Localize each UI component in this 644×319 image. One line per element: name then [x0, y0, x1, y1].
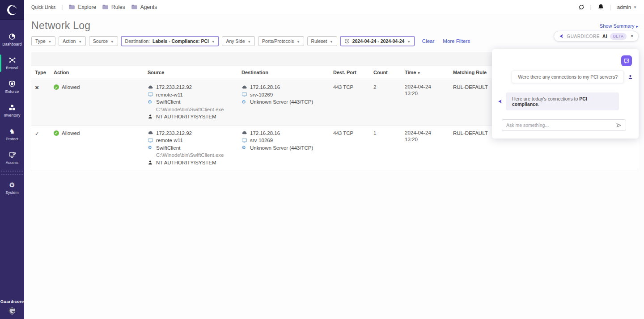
destination-process[interactable]: Unknown Server (443/TCP): [250, 98, 313, 106]
allowed-status-icon: [54, 130, 59, 136]
chevron-down-icon: ▼: [633, 5, 637, 9]
date-value: 2024-04-24: [405, 130, 453, 136]
monitor-icon: [242, 92, 247, 97]
knight-icon: ♞: [9, 128, 15, 135]
successful-connection-icon: ✓: [35, 130, 39, 138]
sidebar-item-inventory[interactable]: Inventory: [0, 99, 24, 122]
sidebar-item-system[interactable]: ⚙ System: [0, 176, 24, 200]
ai-chat-input[interactable]: [506, 122, 616, 128]
clear-filters-link[interactable]: Clear: [422, 38, 434, 44]
ai-triangle-icon: [497, 99, 503, 104]
sidebar-item-reveal[interactable]: Reveal: [0, 51, 24, 75]
sidebar-item-label: Access: [6, 160, 19, 165]
action-cell: Allowed: [54, 130, 148, 137]
akamai-crescent-icon: [6, 4, 18, 16]
topbar-left: Quick Links | Explore Rules Agents: [24, 4, 157, 10]
ai-input-container: [502, 119, 626, 131]
app-screen: Dashboard Reveal Enforce Inventory ♞ Pro…: [0, 0, 644, 319]
cloud-icon: [242, 130, 247, 136]
filter-destination[interactable]: Destination: Labels - Compliance: PCI ▼: [121, 36, 219, 46]
topbar-divider: |: [590, 4, 592, 10]
new-chat-icon: [623, 58, 630, 64]
user-message-row: Were there any connections to my PCI ser…: [492, 71, 633, 83]
topbar: Quick Links | Explore Rules Agents | | a…: [24, 0, 644, 14]
time-cell: 2024-04-24 13:20: [405, 130, 453, 143]
sidebar-item-dashboard[interactable]: Dashboard: [0, 28, 24, 51]
close-icon[interactable]: ✕: [630, 34, 634, 38]
column-header-action[interactable]: Action: [54, 70, 148, 75]
sidebar-item-protect[interactable]: ♞ Protect: [0, 122, 24, 146]
monitor-icon: [148, 138, 153, 143]
sidebar-item-enforce[interactable]: Enforce: [0, 75, 24, 99]
filter-ports-protocols[interactable]: Ports/Protocols ▼: [258, 36, 304, 46]
filter-label: Source: [93, 38, 108, 44]
source-host[interactable]: remote-w11: [156, 91, 183, 99]
gear-icon: ⚙: [9, 181, 15, 189]
source-host[interactable]: remote-w11: [156, 137, 183, 144]
column-header-source[interactable]: Source: [148, 70, 242, 75]
destination-ip[interactable]: 172.16.28.16: [250, 84, 280, 91]
source-ip[interactable]: 172.233.212.92: [156, 130, 192, 137]
filter-any-side[interactable]: Any Side ▼: [222, 36, 254, 46]
chevron-down-icon: ▼: [248, 39, 251, 43]
source-process[interactable]: SwiftClient: [156, 98, 180, 106]
process-gear-icon: ⚙: [148, 99, 153, 105]
topbar-divider: |: [610, 4, 611, 10]
akamai-logo[interactable]: [0, 0, 24, 20]
source-cell: 172.233.212.92 remote-w11 ⚙SwiftClient C…: [148, 84, 242, 121]
filter-value: 2024-04-24 - 2024-04-24: [352, 38, 405, 44]
time-cell: 2024-04-24 13:20: [405, 84, 453, 97]
bell-icon[interactable]: [597, 4, 604, 10]
sidebar-item-label: Dashboard: [2, 42, 21, 46]
filter-ruleset[interactable]: Ruleset ▼: [307, 36, 337, 46]
quick-links-button[interactable]: Quick Links: [31, 4, 55, 10]
user-menu[interactable]: admin ▼: [617, 4, 637, 10]
refresh-icon[interactable]: [578, 4, 585, 10]
process-gear-icon: ⚙: [242, 145, 247, 151]
cloud-icon: [242, 84, 247, 90]
process-gear-icon: ⚙: [242, 99, 247, 105]
filter-action[interactable]: Action ▼: [59, 36, 86, 46]
column-header-type[interactable]: Type: [35, 70, 54, 75]
failed-connection-icon: ✕: [35, 84, 39, 92]
filter-label: Ruleset: [311, 38, 327, 44]
filter-date-range[interactable]: 2024-04-24 - 2024-04-24 ▼: [340, 36, 415, 46]
guardicore-logo-icon: [8, 306, 17, 315]
time-value: 13:20: [405, 136, 453, 143]
more-filters-link[interactable]: More Filters: [443, 38, 470, 44]
column-header-dest-port[interactable]: Dest. Port: [333, 70, 373, 75]
nav-item-explore[interactable]: Explore: [68, 4, 96, 10]
column-header-destination[interactable]: Destination: [242, 70, 333, 75]
filter-label: Ports/Protocols: [262, 38, 294, 44]
nav-item-rules[interactable]: Rules: [102, 4, 125, 10]
source-ip[interactable]: 172.233.212.92: [156, 84, 192, 91]
sidebar-item-label: Protect: [6, 137, 18, 141]
sidebar-item-label: System: [5, 190, 19, 195]
guardicore-ai-chip[interactable]: GUARDICORE AI BETA ✕: [554, 31, 639, 42]
new-chat-button[interactable]: [621, 55, 632, 66]
person-icon: [148, 114, 153, 119]
source-process[interactable]: SwiftClient: [156, 144, 180, 152]
folder-icon: [131, 4, 138, 10]
chevron-down-icon: ▼: [297, 39, 300, 43]
column-header-count[interactable]: Count: [373, 70, 405, 75]
nav-item-label: Agents: [140, 4, 157, 10]
source-process-path: C:\Winode\bin\SwiftClient.exe: [148, 106, 242, 113]
ai-triangle-icon: [559, 34, 564, 39]
monitor-icon: [242, 138, 247, 143]
destination-process[interactable]: Unknown Server (443/TCP): [250, 144, 313, 152]
filter-source[interactable]: Source ▼: [89, 36, 118, 46]
column-header-time[interactable]: Time: [405, 70, 453, 75]
destination-host[interactable]: srv-10269: [250, 91, 273, 99]
nav-item-agents[interactable]: Agents: [131, 4, 157, 10]
time-value: 13:20: [405, 90, 453, 97]
type-cell: ✓: [35, 130, 54, 138]
show-summary-link[interactable]: Show Summary: [600, 23, 638, 29]
destination-host[interactable]: srv-10269: [250, 137, 273, 144]
count-cell: 1: [373, 130, 405, 137]
send-icon[interactable]: [616, 122, 622, 128]
filter-label: Action: [63, 38, 76, 44]
filter-type[interactable]: Type ▼: [31, 36, 55, 46]
destination-ip[interactable]: 172.16.28.16: [250, 130, 280, 137]
sidebar-item-access[interactable]: Access: [0, 146, 24, 170]
